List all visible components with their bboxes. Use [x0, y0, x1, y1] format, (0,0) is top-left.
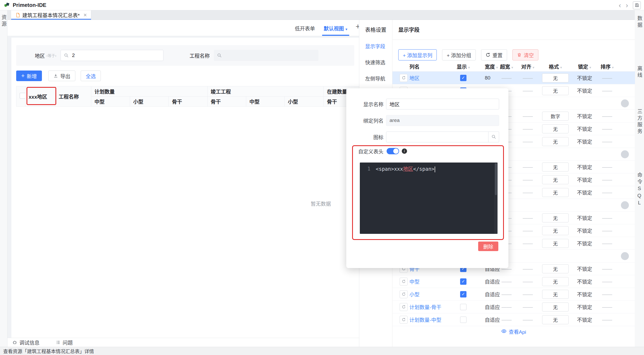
- column-name-link[interactable]: 计划数量-骨干: [409, 303, 454, 310]
- sort-value: ——: [602, 177, 612, 183]
- select-all-button[interactable]: 全选: [81, 71, 101, 81]
- format-button[interactable]: 无: [542, 264, 569, 273]
- display-checkbox[interactable]: [460, 304, 466, 310]
- rail-item-thirdparty[interactable]: 三方服务: [636, 109, 643, 135]
- rail-item-resources[interactable]: 资源: [0, 15, 7, 28]
- header-cell-project-name: 工程名称: [55, 86, 91, 107]
- header-overwide[interactable]: 超宽▾: [500, 63, 513, 70]
- format-button[interactable]: 无: [542, 73, 569, 82]
- footer-status-text: 查看资源「建筑工程基本情况汇总表」详情: [3, 348, 94, 354]
- format-button[interactable]: 无: [542, 188, 569, 197]
- format-button[interactable]: 数字: [542, 112, 569, 121]
- add-button[interactable]: +新增: [16, 71, 42, 81]
- settings-table-row[interactable]: 中型 ✓ 自适应 —— —— 无 不锁定 ——: [392, 275, 635, 288]
- refresh-icon[interactable]: [400, 303, 408, 311]
- caret-down-icon: ▾: [589, 65, 591, 69]
- clear-button[interactable]: 清空: [512, 49, 538, 60]
- nav-item-left-nav[interactable]: 左侧导航: [365, 75, 392, 82]
- column-name-link[interactable]: 计划数量-中型: [409, 316, 454, 323]
- refresh-icon[interactable]: [400, 316, 408, 324]
- nav-item-quick-filter[interactable]: 快速筛选: [365, 59, 392, 66]
- group-handle-icon[interactable]: [621, 252, 629, 260]
- header-format[interactable]: 格式▾: [549, 63, 562, 70]
- column-name-link[interactable]: 地区: [409, 74, 454, 81]
- format-button[interactable]: 无: [542, 290, 569, 299]
- header-display[interactable]: 显示▾: [457, 63, 470, 70]
- left-rail: 资源: [0, 10, 7, 347]
- display-checkbox[interactable]: ✓: [460, 75, 466, 81]
- rail-item-sql[interactable]: 命令SQL: [636, 172, 643, 207]
- display-checkbox[interactable]: ✓: [460, 278, 466, 285]
- nav-item-display-fields[interactable]: 显示字段: [365, 42, 392, 50]
- area-filter-input-box[interactable]: [60, 50, 163, 61]
- project-name-filter-input[interactable]: [224, 52, 315, 59]
- list-icon: [55, 340, 60, 345]
- sort-value: ——: [602, 317, 612, 323]
- settings-table-row[interactable]: 计划数量-中型 自适应 —— —— 无 不锁定 ——: [392, 313, 635, 326]
- tab-close-icon[interactable]: ×: [83, 12, 87, 18]
- custom-header-toggle[interactable]: [387, 148, 399, 154]
- width-value: 自适应: [473, 291, 496, 298]
- lock-value: 不锁定: [577, 278, 592, 285]
- align-value: ——: [523, 113, 533, 119]
- select-all-checkbox[interactable]: [20, 93, 25, 99]
- editor-scrollbar[interactable]: [494, 163, 498, 234]
- header-sort[interactable]: 排序▾: [600, 63, 614, 70]
- display-checkbox[interactable]: [460, 317, 466, 323]
- rail-item-offline[interactable]: 离线: [636, 66, 643, 79]
- format-button[interactable]: 无: [542, 86, 569, 95]
- format-button[interactable]: 无: [542, 137, 569, 146]
- header-group-completed: 竣工工程: [208, 86, 324, 97]
- display-checkbox[interactable]: ✓: [460, 291, 466, 297]
- column-name-link[interactable]: 小型: [409, 291, 454, 298]
- format-button[interactable]: 无: [542, 226, 569, 235]
- view-api-link[interactable]: 查看Api: [392, 328, 635, 335]
- sort-value: ——: [602, 215, 612, 221]
- header-lock[interactable]: 锁定▾: [578, 63, 591, 70]
- debug-info-button[interactable]: 调试信息: [12, 339, 40, 346]
- display-name-input[interactable]: [386, 99, 499, 109]
- nav-back-button[interactable]: ‹: [619, 2, 621, 9]
- refresh-icon[interactable]: [400, 290, 408, 298]
- custom-header-code-editor[interactable]: 1 <span>xxx地区</span>: [360, 163, 498, 234]
- rail-item-data[interactable]: 数据: [636, 16, 643, 29]
- format-button[interactable]: 无: [542, 303, 569, 312]
- caret-down-icon: ▾: [560, 65, 562, 69]
- default-view-tab[interactable]: 默认视图▾: [324, 25, 347, 32]
- delete-button[interactable]: 删除: [478, 242, 498, 251]
- project-name-filter-input-box[interactable]: [214, 50, 318, 61]
- format-button[interactable]: 无: [542, 163, 569, 172]
- format-button[interactable]: 无: [542, 277, 569, 286]
- icon-input[interactable]: [386, 132, 489, 142]
- column-name-link[interactable]: 中型: [409, 278, 454, 285]
- format-button[interactable]: 无: [542, 239, 569, 248]
- header-width[interactable]: 宽度▾: [473, 63, 496, 70]
- export-button[interactable]: 导出: [48, 71, 75, 81]
- area-filter-input[interactable]: [71, 52, 160, 59]
- save-button[interactable]: [633, 1, 641, 9]
- icon-search-button[interactable]: [489, 132, 499, 142]
- low-code-form-button[interactable]: 低开表单: [295, 25, 315, 32]
- header-align[interactable]: 对齐▾: [521, 63, 534, 70]
- settings-table-row[interactable]: 计划数量-骨干 自适应 —— —— 无 不锁定 ——: [392, 301, 635, 313]
- sort-value: ——: [602, 139, 612, 144]
- format-button[interactable]: 无: [542, 175, 569, 184]
- scrollbar-thumb[interactable]: [495, 163, 497, 195]
- format-button[interactable]: 无: [542, 124, 569, 133]
- lock-value: 不锁定: [577, 316, 592, 323]
- add-display-column-button[interactable]: + 添加显示列: [398, 49, 437, 60]
- nav-forward-button[interactable]: ›: [626, 2, 628, 9]
- refresh-icon[interactable]: [400, 278, 408, 286]
- refresh-icon[interactable]: [400, 74, 408, 82]
- group-handle-icon[interactable]: [621, 201, 629, 209]
- settings-table-row[interactable]: 小型 ✓ 自适应 —— —— 无 不锁定 ——: [392, 288, 635, 301]
- problems-button[interactable]: 问题: [55, 339, 73, 346]
- reset-button[interactable]: 重置: [481, 49, 507, 60]
- format-button[interactable]: 无: [542, 315, 569, 324]
- settings-table-row[interactable]: 地区 ✓ 80 —— —— 无 不锁定 ——: [392, 72, 635, 84]
- tab-active[interactable]: 建筑工程基本情况汇总表* ×: [11, 10, 91, 20]
- group-handle-icon[interactable]: [621, 99, 629, 107]
- format-button[interactable]: 无: [542, 213, 569, 222]
- add-group-button[interactable]: + 添加分组: [442, 49, 476, 60]
- group-handle-icon[interactable]: [621, 150, 629, 158]
